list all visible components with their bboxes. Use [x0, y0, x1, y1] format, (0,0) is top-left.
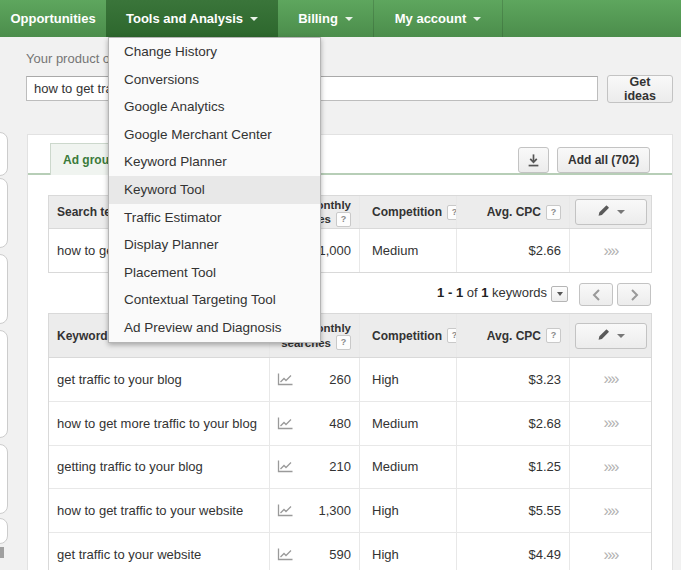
chevron-right-icon — [630, 289, 639, 301]
menu-item[interactable]: Placement Tool — [109, 259, 320, 287]
menu-item[interactable]: Conversions — [109, 66, 320, 94]
menu-item[interactable]: Keyword Tool — [109, 176, 320, 204]
nav-item-label: Opportunities — [10, 11, 95, 26]
column-header-competition: Competition — [359, 196, 456, 228]
searches-cell: 260 — [269, 358, 359, 401]
question-mark-icon[interactable] — [447, 205, 456, 220]
nav-item-my-account[interactable]: My account — [373, 0, 503, 37]
top-nav: Opportunities Tools and Analysis Billing… — [0, 0, 681, 37]
avg-cpc-value: $5.55 — [456, 489, 569, 532]
menu-item[interactable]: Ad Preview and Diagnosis — [109, 314, 320, 342]
keyword-row: get traffic to your blog 260 High $3.23 — [49, 358, 651, 401]
menu-item[interactable]: Change History — [109, 38, 320, 66]
edit-columns-button[interactable] — [575, 323, 647, 349]
actions-cell — [569, 533, 651, 570]
column-header-avg-cpc: Avg. CPC — [456, 196, 569, 228]
nav-item-billing[interactable]: Billing — [278, 0, 373, 37]
line-chart-icon[interactable] — [277, 373, 293, 386]
pagination-range: 1 - 1 — [437, 285, 463, 300]
line-chart-icon[interactable] — [277, 417, 293, 430]
menu-item[interactable]: Google Merchant Center — [109, 121, 320, 149]
cutoff-panel-edge — [0, 518, 8, 544]
actions-cell — [569, 446, 651, 489]
chevron-down-icon — [473, 17, 481, 21]
cutoff-panel-edge — [0, 178, 8, 248]
question-mark-icon[interactable] — [336, 212, 351, 227]
competition-value: Medium — [359, 446, 456, 489]
question-mark-icon[interactable] — [546, 328, 561, 343]
question-mark-icon[interactable] — [546, 205, 561, 220]
nav-item-label: My account — [395, 11, 467, 26]
menu-item-label: Traffic Estimator — [124, 210, 222, 225]
pencil-icon — [597, 329, 611, 343]
nav-item-label: Tools and Analysis — [126, 11, 243, 26]
add-all-button[interactable]: Add all (702) — [557, 147, 650, 173]
pagination-status: 1 - 1 of 1 keywords — [437, 285, 547, 300]
menu-item[interactable]: Display Planner — [109, 231, 320, 259]
menu-item[interactable]: Traffic Estimator — [109, 204, 320, 232]
next-page-button[interactable] — [617, 283, 651, 306]
line-chart-icon[interactable] — [277, 548, 293, 561]
keyword-ideas-table: Keyword (by relevance) Avg. monthly sear… — [48, 313, 652, 570]
double-chevron-icon[interactable] — [604, 547, 618, 563]
page-size-dropdown[interactable] — [551, 286, 568, 302]
avg-cpc-value: $1.25 — [456, 446, 569, 489]
nav-item-opportunities[interactable]: Opportunities — [0, 0, 106, 37]
download-icon — [526, 153, 541, 168]
get-ideas-button[interactable]: Get ideas — [607, 75, 673, 103]
menu-item[interactable]: Contextual Targeting Tool — [109, 286, 320, 314]
menu-item-label: Display Planner — [124, 237, 219, 252]
download-button[interactable] — [518, 147, 549, 173]
keyword-row: get traffic to your website 590 High $4.… — [49, 532, 651, 570]
keyword-row: getting traffic to your blog 210 Medium … — [49, 445, 651, 489]
tools-and-analysis-menu: Change History Conversions Google Analyt… — [108, 37, 321, 343]
competition-value: High — [359, 489, 456, 532]
cutoff-panel-edge — [0, 547, 4, 558]
competition-value: Medium — [359, 402, 456, 445]
double-chevron-icon[interactable] — [604, 503, 618, 519]
avg-cpc-value: $4.49 — [456, 533, 569, 570]
monthly-searches-value: 1,300 — [318, 503, 351, 518]
monthly-searches-value: 210 — [329, 459, 351, 474]
cutoff-panel-edge — [0, 444, 8, 514]
menu-item-label: Change History — [124, 44, 217, 59]
actions-cell — [569, 229, 651, 272]
searches-cell: 210 — [269, 446, 359, 489]
avg-cpc-value: $3.23 — [456, 358, 569, 401]
double-chevron-icon[interactable] — [604, 459, 618, 475]
double-chevron-icon[interactable] — [604, 415, 618, 431]
column-header-actions — [569, 196, 651, 228]
double-chevron-icon[interactable] — [604, 243, 618, 259]
monthly-searches-value: 260 — [329, 372, 351, 387]
keyword-text: get traffic to your blog — [49, 358, 269, 401]
column-header-actions — [569, 314, 651, 357]
keyword-text: get traffic to your website — [49, 533, 269, 570]
menu-item-label: Google Analytics — [124, 99, 225, 114]
menu-item[interactable]: Google Analytics — [109, 93, 320, 121]
avg-cpc-value: $2.68 — [456, 402, 569, 445]
chevron-down-icon — [345, 17, 353, 21]
searches-cell: 480 — [269, 402, 359, 445]
edit-columns-button[interactable] — [575, 199, 647, 225]
actions-cell — [569, 489, 651, 532]
menu-item-label: Google Merchant Center — [124, 127, 272, 142]
monthly-searches-value: 590 — [329, 547, 351, 562]
monthly-searches-value: 480 — [329, 416, 351, 431]
question-mark-icon[interactable] — [336, 335, 351, 350]
actions-cell — [569, 402, 651, 445]
line-chart-icon[interactable] — [277, 460, 293, 473]
cutoff-panel-edge — [0, 254, 8, 324]
adwords-app: Opportunities Tools and Analysis Billing… — [0, 0, 681, 570]
actions-cell — [569, 358, 651, 401]
previous-page-button[interactable] — [579, 283, 613, 306]
searches-cell: 1,300 — [269, 489, 359, 532]
keyword-text: how to get traffic to your website — [49, 489, 269, 532]
line-chart-icon[interactable] — [277, 504, 293, 517]
question-mark-icon[interactable] — [447, 328, 456, 343]
nav-item-tools-and-analysis[interactable]: Tools and Analysis — [106, 0, 278, 37]
double-chevron-icon[interactable] — [604, 371, 618, 387]
cutoff-panel-edge — [0, 330, 8, 438]
chevron-left-icon — [592, 289, 601, 301]
menu-item[interactable]: Keyword Planner — [109, 148, 320, 176]
monthly-searches-value: 1,000 — [318, 243, 351, 258]
